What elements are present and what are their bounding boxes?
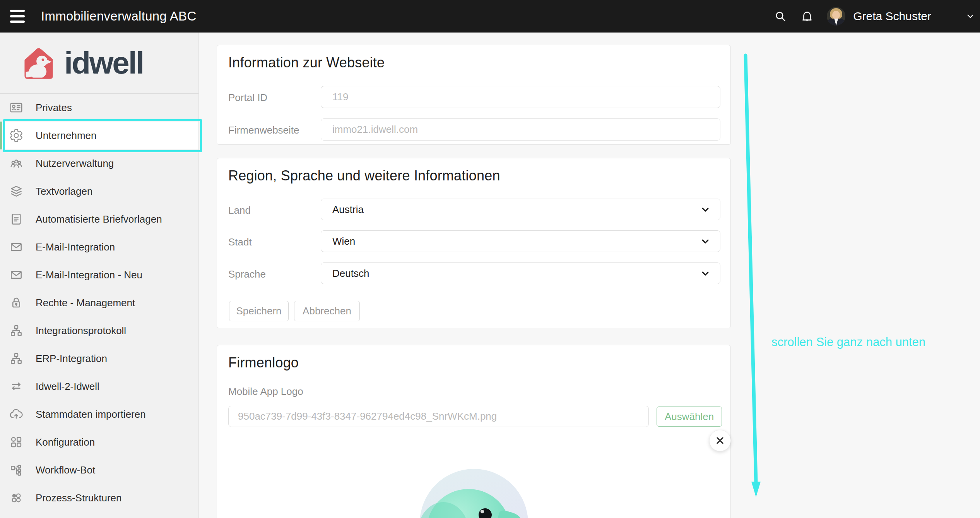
workflow-icon	[9, 462, 24, 478]
sidebar-item-rechte-management[interactable]: Rechte - Management	[0, 289, 198, 317]
sidebar-item-label: Nutzerverwaltung	[36, 158, 114, 170]
stadt-value: Wien	[332, 235, 355, 247]
sidebar-item-email-integration[interactable]: E-Mail-Integration	[0, 233, 198, 261]
app-title: Immobilienverwaltung ABC	[41, 9, 197, 24]
land-value: Austria	[332, 204, 364, 216]
webseite-card: Information zur Webseite Portal ID Firme…	[217, 45, 731, 145]
logo-filename-input[interactable]	[228, 406, 649, 427]
portal-id-label: Portal ID	[228, 92, 267, 104]
sitemap-icon	[9, 351, 24, 366]
firmenwebseite-label: Firmenwebseite	[228, 124, 299, 136]
sidebar-item-label: Stammdaten importieren	[36, 408, 146, 420]
webseite-card-title: Information zur Webseite	[228, 55, 385, 71]
user-name: Greta Schuster	[853, 10, 931, 23]
sidebar-item-label: Idwell-2-Idwell	[36, 381, 99, 393]
webseite-card-header: Information zur Webseite	[217, 45, 730, 80]
document-icon	[9, 211, 24, 227]
save-button[interactable]: Speichern	[229, 301, 289, 321]
circles-icon	[9, 490, 24, 506]
brand-wordmark: idwell	[64, 48, 143, 79]
idwell-logo: idwell	[0, 33, 198, 94]
sidebar-item-textvorlagen[interactable]: Textvorlagen	[0, 177, 198, 205]
sidebar-item-nutzerverwaltung[interactable]: Nutzerverwaltung	[0, 149, 198, 177]
stadt-select[interactable]: Wien	[321, 230, 720, 252]
layers-icon	[9, 184, 24, 199]
sidebar-item-label: Integrationsprotokoll	[36, 325, 126, 337]
sidebar-item-email-integration-neu[interactable]: E-Mail-Integration - Neu	[0, 261, 198, 289]
sidebar-item-integrationsprotokoll[interactable]: Integrationsprotokoll	[0, 317, 198, 345]
chevron-down-icon	[700, 268, 711, 279]
cloud-upload-icon	[9, 407, 24, 422]
grid-icon	[9, 434, 24, 450]
sidebar-item-erp-integration[interactable]: ERP-Integration	[0, 345, 198, 372]
choose-file-button[interactable]: Auswählen	[657, 407, 722, 427]
search-icon[interactable]	[774, 10, 787, 22]
region-card-title: Region, Sprache und weitere Informatione…	[228, 168, 500, 184]
sidebar-item-konfiguration[interactable]: Konfiguration	[0, 428, 198, 456]
sidebar-item-label: ERP-Integration	[36, 353, 107, 365]
idwell-house-icon	[22, 47, 55, 79]
firmenwebseite-input[interactable]	[321, 118, 720, 141]
firmenlogo-card-title: Firmenlogo	[228, 355, 299, 371]
land-select[interactable]: Austria	[321, 199, 720, 220]
envelope-icon	[9, 239, 24, 255]
close-icon	[715, 435, 725, 446]
id-card-icon	[9, 100, 24, 115]
sidebar-item-label: Workflow-Bot	[36, 464, 95, 476]
sprache-select[interactable]: Deutsch	[321, 262, 720, 284]
sidebar-item-label: Textvorlagen	[36, 185, 92, 197]
sidebar-item-label: Konfiguration	[36, 436, 95, 448]
menu-icon[interactable]	[10, 10, 25, 23]
mobile-app-logo-label: Mobile App Logo	[228, 386, 303, 398]
top-bar: Immobilienverwaltung ABC Greta Schuster	[0, 0, 980, 33]
sitemap-icon	[9, 323, 24, 338]
cancel-button[interactable]: Abbrechen	[294, 301, 360, 321]
portal-id-input[interactable]	[321, 86, 720, 108]
users-icon	[9, 156, 24, 171]
sidebar-item-workflow-bot[interactable]: Workflow-Bot	[0, 456, 198, 484]
main-content: Information zur Webseite Portal ID Firme…	[199, 33, 980, 518]
sidebar-item-label: Prozess-Strukturen	[36, 492, 122, 504]
sidebar: idwell Privates Unternehmen	[0, 33, 199, 518]
remove-logo-button[interactable]	[709, 430, 731, 451]
region-card-header: Region, Sprache und weitere Informatione…	[217, 158, 730, 193]
sidebar-item-label: Privates	[36, 102, 72, 114]
firmenlogo-card: Firmenlogo Mobile App Logo Auswählen	[217, 345, 731, 518]
region-card: Region, Sprache und weitere Informatione…	[217, 158, 731, 328]
sidebar-item-label: Unternehmen	[36, 130, 97, 142]
sidebar-item-privates[interactable]: Privates	[0, 94, 198, 122]
sidebar-item-label: E-Mail-Integration - Neu	[36, 269, 142, 281]
sidebar-item-unternehmen[interactable]: Unternehmen	[0, 122, 198, 149]
lock-icon	[9, 295, 24, 310]
chevron-down-icon[interactable]	[965, 11, 975, 21]
chevron-down-icon	[700, 236, 711, 247]
logo-preview-image	[420, 469, 528, 518]
avatar[interactable]	[827, 7, 845, 26]
sprache-value: Deutsch	[332, 268, 369, 280]
chevron-down-icon	[700, 204, 711, 215]
sidebar-item-label: E-Mail-Integration	[36, 241, 115, 253]
sidebar-item-stammdaten-importieren[interactable]: Stammdaten importieren	[0, 400, 198, 428]
gear-icon	[9, 128, 24, 143]
sidebar-item-prozess-strukturen[interactable]: Prozess-Strukturen	[0, 484, 198, 512]
stadt-label: Stadt	[228, 236, 252, 248]
sidebar-item-automatisierte-briefvorlagen[interactable]: Automatisierte Briefvorlagen	[0, 205, 198, 233]
sidebar-item-idwell-2-idwell[interactable]: Idwell-2-Idwell	[0, 372, 198, 400]
sidebar-item-label: Rechte - Management	[36, 297, 135, 309]
sidebar-item-label: Automatisierte Briefvorlagen	[36, 213, 162, 225]
notifications-icon[interactable]	[800, 10, 814, 23]
transfer-icon	[9, 379, 24, 394]
sprache-label: Sprache	[228, 268, 266, 280]
sidebar-nav: Privates Unternehmen Nutzerverwaltun	[0, 94, 198, 512]
land-label: Land	[228, 204, 251, 216]
envelope-icon	[9, 267, 24, 283]
firmenlogo-card-header: Firmenlogo	[217, 345, 730, 380]
